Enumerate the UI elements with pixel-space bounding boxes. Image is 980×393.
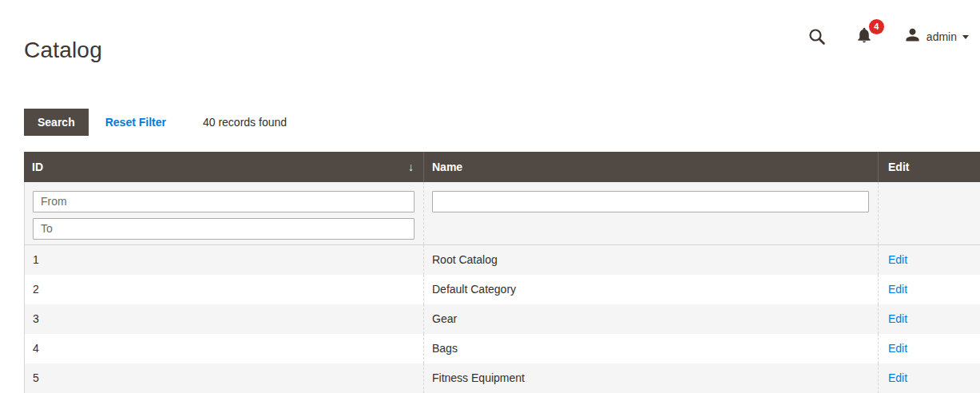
name-filter-input[interactable]	[432, 191, 869, 212]
catalog-page: Catalog 4	[0, 0, 980, 393]
cell-id: 1	[25, 245, 424, 275]
edit-link[interactable]: Edit	[888, 371, 907, 384]
cell-name: Bags	[424, 334, 879, 363]
chevron-down-icon	[962, 35, 969, 39]
cell-id: 4	[25, 334, 424, 363]
column-header-edit: Edit	[879, 152, 980, 182]
cell-id: 5	[25, 363, 424, 393]
page-header: Catalog 4	[0, 0, 980, 79]
cell-id: 3	[25, 304, 424, 334]
id-from-filter-input[interactable]	[33, 191, 415, 212]
records-found-text: 40 records found	[203, 116, 287, 129]
table-row[interactable]: 2 Default Category Edit	[25, 275, 980, 304]
column-header-edit-label: Edit	[888, 161, 909, 173]
grid-header-row: ID ↓ Name Edit	[24, 152, 980, 182]
header-actions: 4 admin	[807, 26, 969, 47]
cell-name: Root Catalog	[424, 245, 879, 275]
cell-name: Default Category	[424, 275, 879, 304]
edit-link[interactable]: Edit	[888, 283, 907, 296]
edit-link[interactable]: Edit	[888, 312, 907, 325]
user-icon	[903, 26, 922, 47]
id-filter-cell	[25, 182, 424, 244]
cell-name: Gear	[424, 304, 879, 334]
id-to-filter-input[interactable]	[33, 218, 415, 240]
admin-username: admin	[926, 30, 957, 43]
notifications-button[interactable]: 4	[855, 26, 873, 47]
categories-grid: ID ↓ Name Edit 1	[24, 152, 980, 393]
column-header-id[interactable]: ID ↓	[24, 152, 424, 182]
table-row[interactable]: 4 Bags Edit	[25, 334, 980, 363]
table-row[interactable]: 5 Fitness Equipment Edit	[25, 363, 980, 393]
sort-descending-icon: ↓	[408, 161, 414, 173]
column-header-name-label: Name	[432, 161, 462, 173]
grid-body: 1 Root Catalog Edit 2 Default Category E…	[24, 182, 980, 393]
edit-filter-cell	[879, 182, 980, 244]
edit-link[interactable]: Edit	[888, 342, 907, 355]
reset-filter-link[interactable]: Reset Filter	[105, 116, 166, 129]
name-filter-cell	[424, 182, 879, 244]
search-icon	[807, 27, 827, 46]
cell-id: 2	[25, 275, 424, 304]
notification-count-badge[interactable]: 4	[869, 19, 884, 34]
cell-name: Fitness Equipment	[424, 363, 879, 393]
column-header-name[interactable]: Name	[424, 152, 879, 182]
grid-filter-row	[25, 182, 980, 245]
table-row[interactable]: 1 Root Catalog Edit	[25, 245, 980, 275]
column-header-id-label: ID	[32, 161, 43, 173]
global-search-button[interactable]	[807, 27, 827, 46]
admin-user-menu[interactable]: admin	[903, 26, 969, 47]
page-title: Catalog	[24, 36, 102, 64]
search-button[interactable]: Search	[24, 109, 89, 136]
table-row[interactable]: 3 Gear Edit	[25, 304, 980, 334]
edit-link[interactable]: Edit	[888, 253, 907, 266]
grid-toolbar: Search Reset Filter 40 records found	[24, 109, 980, 136]
